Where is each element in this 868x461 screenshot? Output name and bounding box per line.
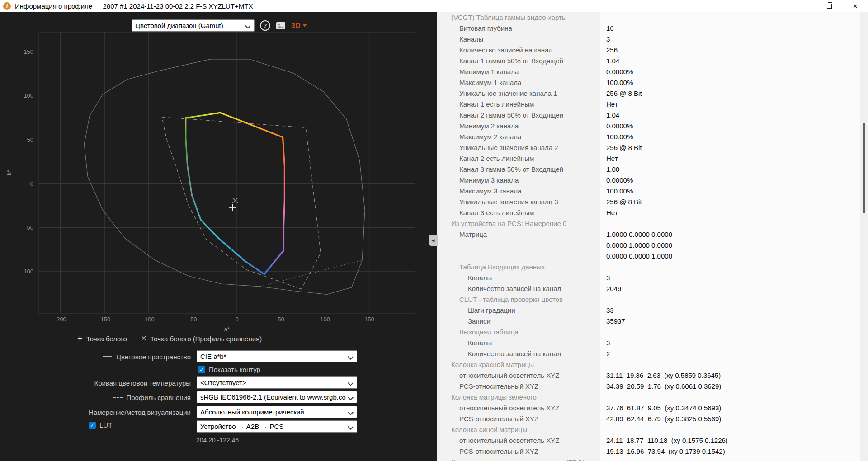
table-row: Количество записей на канал256 — [437, 45, 868, 56]
x-tick-label: -150 — [99, 316, 110, 323]
x-tick-label: 100 — [320, 316, 330, 323]
row-label: CLUT - таблица проверки цветов — [437, 294, 600, 305]
temperature-curve-value: <Отсутствует> — [200, 379, 246, 386]
colorspace-select[interactable]: CIE a*b* — [197, 350, 357, 362]
temperature-curve-label-group: Кривая цветовой температуры — [94, 376, 191, 389]
gamut-outline-segment — [245, 261, 264, 274]
lut-checkbox[interactable]: ✓ — [89, 422, 96, 429]
row-label: Из устройства на PCS: Намерение 0 — [437, 218, 600, 229]
row-label: PCS-относительный XYZ — [437, 446, 600, 457]
comparison-profile-select[interactable]: sRGB IEC61966-2.1 (Equivalent to www.srg… — [197, 391, 357, 403]
row-value: 1.0000 0.0000 0.0000 — [600, 229, 868, 240]
help-icon[interactable]: ? — [260, 20, 270, 31]
table-row: (VCGT) Таблица гаммы видео-карты — [437, 12, 868, 23]
row-label: PCS-относительный XYZ — [437, 414, 600, 424]
table-row: Красная кривая тонального отклика (TRC) — [437, 457, 868, 461]
row-label: Таблица Входящих данных — [437, 262, 600, 273]
row-label: Канал 2 есть линейным — [437, 153, 600, 164]
y-tick-label: 50 — [27, 136, 33, 143]
row-value: 2049 — [600, 283, 868, 294]
rendering-intent-select[interactable]: Абсолютный колориметрический — [197, 406, 357, 418]
x-tick-label: 150 — [364, 316, 374, 323]
gamut-outline-segment — [283, 200, 284, 227]
gamut-outline-segment — [186, 138, 188, 166]
row-value: 3 — [600, 34, 868, 45]
x-tick-label: -100 — [143, 316, 155, 323]
profile-info-panel: (VCGT) Таблица гаммы видео-картыБитовая … — [437, 12, 868, 461]
vertical-scrollbar[interactable] — [860, 12, 868, 461]
chevron-down-icon — [348, 395, 354, 400]
gamut-outline-segment — [192, 195, 201, 220]
table-row: Матрица1.0000 0.0000 0.0000 — [437, 229, 868, 240]
table-row: Каналы3 — [437, 34, 868, 45]
row-value: 24.11 18.77 110.18 (xy 0.1575 0.1226) — [600, 435, 868, 446]
colorspace-label: Цветовое пространство — [116, 353, 191, 361]
gamut-outline-segment — [283, 137, 285, 166]
spectral-locus — [84, 59, 365, 295]
row-value: Нет — [600, 207, 868, 218]
scrollbar-thumb[interactable] — [863, 123, 865, 213]
row-value: 33 — [600, 305, 868, 316]
lut-select[interactable]: Устройство → A2B → PCS — [197, 420, 357, 433]
table-row: Шаги градации33 — [437, 305, 868, 316]
plot-type-select[interactable]: Цветовой диапазон (Gamut) — [132, 19, 255, 32]
restore-button[interactable] — [816, 0, 842, 12]
chevron-down-icon — [348, 354, 354, 360]
row-value — [600, 12, 868, 23]
minimize-icon — [801, 6, 806, 6]
dashed-line-icon — [113, 397, 123, 398]
table-row: PCS-относительный XYZ42.89 62.44 6.79 (x… — [437, 414, 868, 424]
row-label: Каналы — [437, 273, 600, 283]
colorspace-value: CIE a*b* — [200, 353, 226, 360]
show-outline-checkbox[interactable]: ✓ — [198, 366, 205, 373]
gamut-outline-segment — [188, 166, 192, 195]
row-value: 100.00% — [600, 132, 868, 142]
row-value: Нет — [600, 153, 868, 164]
3d-menu-button[interactable]: 3D — [291, 22, 307, 30]
minimize-button[interactable] — [791, 0, 816, 12]
image-export-icon[interactable] — [276, 22, 286, 30]
row-label: Шаги градации — [437, 305, 600, 316]
table-row: Каналы3 — [437, 338, 868, 348]
panel-splitter[interactable]: ◀ — [429, 235, 438, 246]
row-value: 0.0000% — [600, 66, 868, 77]
gamut-outline-segment — [201, 220, 217, 237]
row-value — [600, 359, 868, 370]
row-label: Колонка матрицы зелёного — [437, 392, 600, 403]
temperature-curve-select[interactable]: <Отсутствует> — [197, 376, 357, 389]
cross-marker-icon: ✕ — [141, 335, 146, 342]
table-row: Максимум 2 канала100.00% — [437, 132, 868, 142]
show-outline-row: ✓ Показать контур — [0, 365, 437, 377]
row-label — [437, 251, 600, 262]
row-value: 34.39 20.59 1.76 (xy 0.6061 0.3629) — [600, 381, 868, 392]
row-label: Уникальные значения канала 2 — [437, 142, 600, 153]
purple-line — [260, 260, 362, 287]
chevron-down-icon — [348, 409, 354, 415]
row-label: Минимум 3 канала — [437, 175, 600, 186]
row-value: 2 — [600, 348, 868, 359]
rendering-intent-label-group: Намерение/метод визуализации — [89, 406, 191, 419]
close-button[interactable]: ✕ — [842, 0, 868, 12]
row-value: 42.89 62.44 6.79 (xy 0.3825 0.5569) — [600, 414, 868, 424]
table-row: 0.0000 1.0000 0.0000 — [437, 240, 868, 251]
row-value — [600, 327, 868, 338]
gamut-plot[interactable]: -200-150-100-50050100150150100500-50-100… — [0, 12, 437, 333]
titlebar: i Информация о профиле — 2807 #1 2024-11… — [0, 0, 868, 12]
table-row: Канал 1 гамма 50% от Входящей1.04 — [437, 56, 868, 66]
table-row: Уникальное значение канала 1256 @ 8 Bit — [437, 88, 868, 99]
legend-white-point-label: Точка белого — [86, 335, 127, 343]
window-title: Информация о профиле — 2807 #1 2024-11-2… — [15, 2, 253, 10]
row-label: относительный осветитель XYZ — [437, 403, 600, 414]
table-row: Таблица Входящих данных — [437, 262, 868, 273]
table-row: Записи35937 — [437, 316, 868, 327]
x-tick-label: -200 — [55, 316, 66, 323]
row-label: Каналы — [437, 338, 600, 348]
table-row: 0.0000 0.0000 1.0000 — [437, 251, 868, 262]
solid-line-icon — [103, 356, 112, 357]
window-controls: ✕ — [791, 0, 868, 12]
comparison-profile-label-group: Профиль сравнения — [113, 391, 191, 404]
legend-comparison-white-point: ✕ Точка белого (Профиль сравнения) — [141, 335, 262, 343]
table-row: Выходная таблица — [437, 327, 868, 338]
row-label: Битовая глубина — [437, 23, 600, 34]
comparison-profile-value: sRGB IEC61966-2.1 (Equivalent to www.srg… — [200, 393, 346, 401]
